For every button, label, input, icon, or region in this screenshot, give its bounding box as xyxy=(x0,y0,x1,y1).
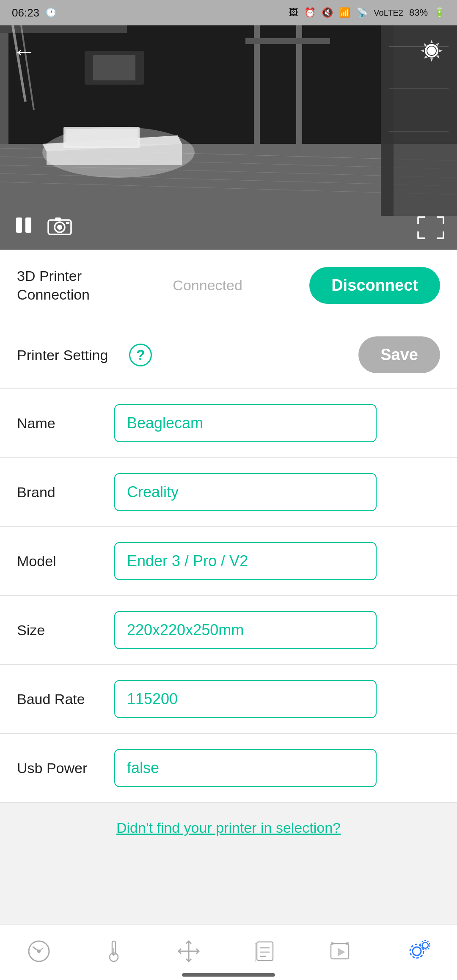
files-icon xyxy=(254,939,275,963)
alarm-icon: ⏰ xyxy=(304,7,316,18)
svg-line-39 xyxy=(39,948,43,951)
camera-controls xyxy=(0,214,457,241)
pause-icon xyxy=(13,214,35,236)
svg-marker-7 xyxy=(42,135,182,151)
svg-rect-29 xyxy=(16,217,22,233)
camera-icon xyxy=(47,214,72,236)
svg-rect-53 xyxy=(331,942,333,945)
field-input-usb-power[interactable] xyxy=(114,749,377,787)
svg-rect-13 xyxy=(85,51,144,85)
svg-line-2 xyxy=(0,148,457,161)
svg-rect-35 xyxy=(66,222,69,224)
lte2-label: VoLTE2 xyxy=(374,8,403,18)
svg-rect-45 xyxy=(257,942,273,961)
svg-line-3 xyxy=(0,157,457,169)
printer-setting-label: Printer Setting xyxy=(17,346,108,364)
field-label-0: Name xyxy=(17,414,102,432)
nav-temperature[interactable] xyxy=(96,935,132,967)
svg-point-23 xyxy=(42,127,195,178)
nav-dashboard[interactable] xyxy=(19,935,59,967)
svg-rect-34 xyxy=(55,217,61,221)
field-row-brand: Brand xyxy=(0,458,457,527)
svg-point-55 xyxy=(413,947,421,955)
svg-rect-15 xyxy=(254,25,260,152)
svg-point-57 xyxy=(422,942,428,948)
help-button[interactable]: ? xyxy=(129,344,152,366)
svg-rect-19 xyxy=(381,25,394,216)
svg-rect-30 xyxy=(25,217,31,233)
field-label-3: Size xyxy=(17,621,102,639)
thermometer-icon xyxy=(105,939,123,963)
snapshot-button[interactable] xyxy=(47,214,72,241)
status-bar: 06:23 🕐 🖼 ⏰ 🔇 📶 📡 VoLTE2 83% 🔋 xyxy=(0,0,457,25)
svg-rect-14 xyxy=(93,55,135,80)
svg-marker-52 xyxy=(338,948,345,956)
battery-icon: 🔋 xyxy=(434,7,445,18)
field-input-baud-rate[interactable] xyxy=(114,680,377,718)
move-icon xyxy=(177,939,201,963)
svg-line-6 xyxy=(0,182,457,195)
svg-line-5 xyxy=(0,173,457,186)
back-arrow-icon: ← xyxy=(13,39,36,64)
field-label-4: Baud Rate xyxy=(17,690,102,708)
svg-rect-16 xyxy=(296,25,302,152)
field-input-name[interactable] xyxy=(114,404,377,442)
bottom-indicator xyxy=(0,969,457,980)
svg-line-38 xyxy=(33,947,39,951)
nav-files[interactable] xyxy=(246,935,284,967)
field-input-brand[interactable] xyxy=(114,473,377,511)
field-input-size[interactable] xyxy=(114,611,377,649)
field-label-1: Brand xyxy=(17,483,102,501)
field-label-5: Usb Power xyxy=(17,759,102,777)
nav-timelapse[interactable] xyxy=(321,935,359,967)
pause-button[interactable] xyxy=(13,214,35,241)
gear-icon xyxy=(419,38,444,63)
printer-setting-row: Printer Setting ? Save xyxy=(0,321,457,389)
connection-label: 3D Printer Connection xyxy=(17,267,106,304)
svg-rect-17 xyxy=(245,38,330,44)
expand-icon xyxy=(417,216,444,239)
save-button[interactable]: Save xyxy=(358,336,440,373)
field-row-baud-rate: Baud Rate xyxy=(0,665,457,734)
find-printer-link[interactable]: Didn't find your printer in selection? xyxy=(116,820,341,836)
svg-rect-10 xyxy=(0,25,127,33)
field-label-2: Model xyxy=(17,552,102,570)
svg-rect-8 xyxy=(47,144,182,165)
field-row-size: Size xyxy=(0,596,457,665)
mute-icon: 🔇 xyxy=(322,7,333,18)
nav-settings[interactable] xyxy=(396,935,439,967)
svg-rect-9 xyxy=(0,25,8,144)
disconnect-button[interactable]: Disconnect xyxy=(309,267,440,304)
svg-rect-54 xyxy=(346,942,349,945)
nav-move[interactable] xyxy=(168,935,209,967)
expand-button[interactable] xyxy=(417,216,444,239)
connection-status: Connected xyxy=(118,277,297,294)
svg-rect-25 xyxy=(66,129,138,146)
signal-icon: 📡 xyxy=(356,7,368,18)
field-row-usb-power: Usb Power xyxy=(0,734,457,803)
svg-point-33 xyxy=(57,225,62,230)
clock-icon: 🕐 xyxy=(45,7,57,18)
back-button[interactable]: ← xyxy=(13,38,36,64)
status-time: 06:23 xyxy=(12,6,39,19)
settings-icon-active xyxy=(404,939,430,963)
field-row-model: Model xyxy=(0,527,457,596)
svg-rect-42 xyxy=(113,948,114,956)
home-indicator xyxy=(182,973,275,977)
battery-percent: 83% xyxy=(409,7,428,18)
svg-line-4 xyxy=(0,165,457,178)
camera-settings-button[interactable] xyxy=(419,38,444,69)
wifi-icon: 📶 xyxy=(339,7,350,18)
field-row-name: Name xyxy=(0,389,457,458)
svg-rect-24 xyxy=(63,127,140,148)
camera-view: ← xyxy=(0,25,457,250)
connection-row: 3D Printer Connection Connected Disconne… xyxy=(0,250,457,321)
find-printer-row: Didn't find your printer in selection? xyxy=(0,803,457,921)
timelapse-icon xyxy=(329,939,350,963)
dashboard-icon xyxy=(27,939,51,963)
fields-container: Name Brand Model Size Baud Rate Usb Powe… xyxy=(0,389,457,803)
field-input-model[interactable] xyxy=(114,542,377,580)
gallery-icon: 🖼 xyxy=(289,7,298,18)
